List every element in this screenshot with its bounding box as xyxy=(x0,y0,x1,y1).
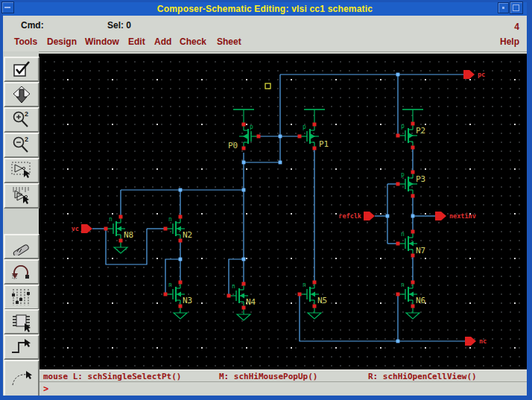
pin-arrow-icon[interactable] xyxy=(465,337,476,346)
terminal-pin[interactable] xyxy=(104,227,108,231)
terminal-pin[interactable] xyxy=(411,305,415,308)
pin-arrow-icon[interactable] xyxy=(435,212,446,220)
minimize-icon[interactable] xyxy=(1,1,14,13)
maximize-icon[interactable] xyxy=(510,1,523,14)
wire-junction[interactable] xyxy=(279,161,282,165)
menu-window[interactable]: Window xyxy=(85,36,119,47)
terminal-pin[interactable] xyxy=(313,305,317,308)
menu-check[interactable]: Check xyxy=(180,36,206,47)
instance-label-N6[interactable]: N6 xyxy=(416,296,425,305)
wire-button[interactable] xyxy=(4,334,39,360)
instance-label-N3[interactable]: N3 xyxy=(183,296,192,305)
copy-button[interactable] xyxy=(4,183,39,209)
instance-label-N5[interactable]: N5 xyxy=(317,296,327,305)
transistor-P0[interactable]: pP0 xyxy=(228,123,261,151)
transistor-N6[interactable]: nN6 xyxy=(396,281,426,308)
check-and-save-button[interactable] xyxy=(4,57,39,82)
gnd-symbol[interactable] xyxy=(114,247,127,253)
terminal-pin[interactable] xyxy=(298,293,302,296)
terminal-pin[interactable] xyxy=(179,215,183,219)
gnd-symbol[interactable] xyxy=(174,313,187,319)
delete-button[interactable] xyxy=(4,234,39,259)
terminal-pin[interactable] xyxy=(179,305,183,308)
pin-nc[interactable]: nc xyxy=(465,337,487,346)
terminal-pin[interactable] xyxy=(227,294,231,298)
instance-label-N7[interactable]: N7 xyxy=(416,246,425,255)
terminal-pin[interactable] xyxy=(411,171,415,174)
wide-wire-button[interactable] xyxy=(4,360,39,397)
terminal-pin[interactable] xyxy=(411,146,415,150)
property-button[interactable] xyxy=(4,285,39,310)
gnd-symbol[interactable] xyxy=(237,314,250,320)
terminal-pin[interactable] xyxy=(119,239,123,243)
stretch-button[interactable] xyxy=(4,158,39,183)
wire-junction[interactable] xyxy=(242,161,246,165)
wire-junction[interactable] xyxy=(386,215,390,218)
pin-nextinv[interactable]: nextinv xyxy=(435,212,476,220)
title-bar[interactable]: Composer-Schematic Editing: vlsi cc1 sch… xyxy=(3,2,527,16)
wire-junction[interactable] xyxy=(242,188,246,192)
transistor-N5[interactable]: nN5 xyxy=(298,281,328,308)
terminal-pin[interactable] xyxy=(242,123,246,127)
terminal-pin[interactable] xyxy=(257,135,261,139)
terminal-pin[interactable] xyxy=(411,194,415,198)
terminal-pin[interactable] xyxy=(411,230,415,234)
zoom-in-2x-button[interactable]: 2 xyxy=(4,107,39,133)
terminal-pin[interactable] xyxy=(298,135,302,139)
zoom-out-2x-button[interactable]: 2 xyxy=(4,133,39,158)
terminal-pin[interactable] xyxy=(396,134,400,138)
menu-design[interactable]: Design xyxy=(47,36,77,47)
transistor-P2[interactable]: pP2 xyxy=(396,122,426,150)
terminal-pin[interactable] xyxy=(411,281,415,285)
terminal-pin[interactable] xyxy=(313,123,317,127)
transistor-P1[interactable]: pP1 xyxy=(298,123,329,150)
wire-junction[interactable] xyxy=(396,340,400,343)
instance-label-P1[interactable]: P1 xyxy=(319,139,329,149)
instance-label-N4[interactable]: N4 xyxy=(246,297,256,307)
wire-junction[interactable] xyxy=(242,258,246,261)
undo-button[interactable] xyxy=(4,259,39,285)
terminal-pin[interactable] xyxy=(164,293,168,296)
menu-help[interactable]: Help xyxy=(500,36,519,47)
transistor-N7[interactable]: nN7 xyxy=(396,230,426,258)
transistor-N4[interactable]: nN4 xyxy=(227,282,256,310)
terminal-pin[interactable] xyxy=(119,215,123,219)
instance-label-P3[interactable]: P3 xyxy=(416,174,425,184)
wire-junction[interactable] xyxy=(411,215,415,218)
pin-arrow-icon[interactable] xyxy=(81,224,92,233)
wire-junction[interactable] xyxy=(179,258,183,261)
wire[interactable] xyxy=(165,259,180,294)
gnd-symbol[interactable] xyxy=(406,313,419,319)
wire[interactable] xyxy=(244,74,280,162)
wire-junction[interactable] xyxy=(396,73,400,77)
pin-arrow-icon[interactable] xyxy=(463,70,475,79)
terminal-pin[interactable] xyxy=(179,239,183,243)
terminal-pin[interactable] xyxy=(164,227,168,231)
terminal-pin[interactable] xyxy=(396,293,400,296)
terminal-pin[interactable] xyxy=(242,147,246,150)
transistor-N3[interactable]: nN3 xyxy=(164,281,193,308)
instance-button[interactable] xyxy=(4,309,39,334)
gnd-symbol[interactable] xyxy=(308,313,321,319)
prompt-bar[interactable]: > xyxy=(39,381,527,396)
menu-add[interactable]: Add xyxy=(154,36,171,47)
terminal-pin[interactable] xyxy=(179,281,183,285)
instance-label-N2[interactable]: N2 xyxy=(183,230,192,240)
terminal-pin[interactable] xyxy=(396,242,400,246)
terminal-pin[interactable] xyxy=(242,306,246,310)
pin-refclk[interactable]: refclk xyxy=(338,212,375,220)
transistor-N2[interactable]: nN2 xyxy=(164,215,193,243)
schematic-canvas[interactable]: pP0pP1pP2pP3nN7nN6nN8nN2nN3nN4nN5vcpcref… xyxy=(39,54,527,369)
save-button[interactable] xyxy=(4,82,39,107)
instance-label-P2[interactable]: P2 xyxy=(416,126,425,136)
transistor-N8[interactable]: nN8 xyxy=(104,215,134,243)
menu-tools[interactable]: Tools xyxy=(14,36,37,47)
terminal-pin[interactable] xyxy=(242,282,246,286)
terminal-pin[interactable] xyxy=(411,122,415,126)
pin-arrow-icon[interactable] xyxy=(364,212,375,220)
wire-junction[interactable] xyxy=(279,135,282,139)
wire[interactable] xyxy=(229,259,244,296)
menu-sheet[interactable]: Sheet xyxy=(217,36,241,47)
terminal-pin[interactable] xyxy=(313,281,317,285)
pin-vc[interactable]: vc xyxy=(72,224,92,233)
